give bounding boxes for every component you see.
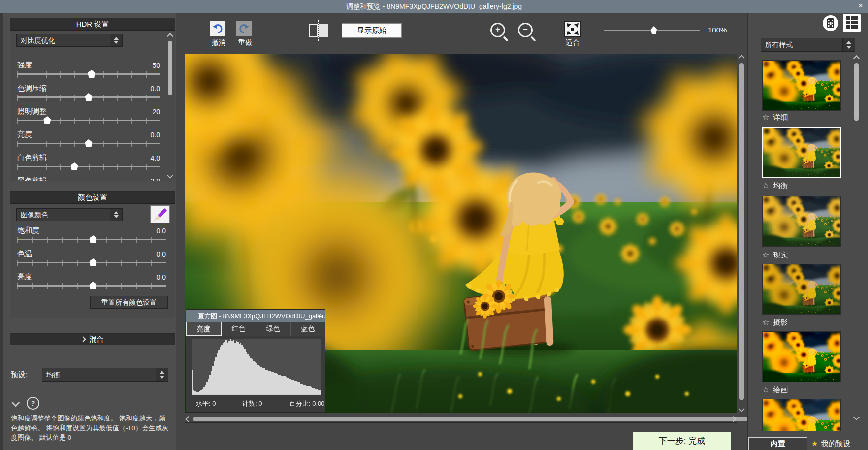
- slider-thumb[interactable]: [70, 162, 79, 170]
- star-icon[interactable]: ☆: [762, 113, 769, 121]
- hdr-panel-scrollbar[interactable]: [167, 33, 173, 179]
- style-label-row[interactable]: ☆均衡: [762, 181, 788, 191]
- canvas-vertical-scrollbar[interactable]: [739, 54, 745, 413]
- slider-track[interactable]: [17, 118, 160, 124]
- scroll-down-icon[interactable]: [853, 414, 860, 420]
- slider-label: 照明调整: [17, 107, 47, 116]
- color-mode-dropdown[interactable]: 图像颜色: [16, 208, 123, 221]
- star-icon[interactable]: ☆: [762, 386, 769, 394]
- histogram-bars: [192, 339, 321, 395]
- style-label-row[interactable]: ☆详细: [762, 112, 788, 122]
- style-thumbnail-realistic[interactable]: [762, 196, 841, 247]
- scroll-down-icon[interactable]: [739, 406, 745, 412]
- tab-luminance[interactable]: 亮度: [186, 322, 222, 336]
- tab-red[interactable]: 红色: [222, 322, 257, 336]
- spinner-icon[interactable]: [842, 38, 855, 51]
- scrollbar-thumb[interactable]: [739, 63, 744, 400]
- slider-track[interactable]: [17, 95, 160, 101]
- reset-colors-button[interactable]: 重置所有颜色设置: [90, 296, 168, 309]
- slider-value: 50: [152, 62, 160, 69]
- color-panel-header[interactable]: 颜色设置: [10, 192, 175, 204]
- styles-filter-dropdown[interactable]: 所有样式: [761, 38, 855, 52]
- show-original-button[interactable]: 显示原始: [342, 23, 402, 38]
- style-label-row[interactable]: ☆绘画: [762, 385, 788, 395]
- histogram-titlebar[interactable]: 直方图 - 8N9MF3XpQJFB2WVOdDtU_galler...: [186, 310, 325, 322]
- slider-thumb[interactable]: [89, 258, 97, 266]
- slider-thumb[interactable]: [43, 116, 51, 124]
- style-thumbnail-detailed[interactable]: [762, 60, 841, 111]
- scroll-up-icon[interactable]: [739, 55, 745, 61]
- scroll-left-icon[interactable]: [185, 416, 192, 422]
- star-icon[interactable]: ☆: [762, 251, 769, 259]
- styles-scrollbar[interactable]: [853, 55, 860, 423]
- style-thumbnail-photographic[interactable]: [762, 264, 841, 315]
- slider-thumb[interactable]: [87, 70, 96, 78]
- window-titlebar[interactable]: 调整和预览 - 8N9MF3XpQJFB2WVOdDtU_gallery-lg2…: [0, 0, 868, 13]
- zoom-slider[interactable]: [604, 30, 700, 31]
- slider-track[interactable]: [17, 237, 166, 243]
- scroll-down-icon[interactable]: [167, 172, 173, 179]
- style-thumbnail-balanced-selected[interactable]: [762, 127, 841, 178]
- fit-label: 适合: [560, 38, 585, 47]
- histogram-close-icon[interactable]: ×: [317, 310, 321, 321]
- window-close-icon[interactable]: ×: [858, 0, 863, 12]
- hdr-panel-header[interactable]: HDR 设置: [10, 18, 175, 31]
- help-icon[interactable]: ?: [27, 397, 39, 410]
- spinner-icon[interactable]: [156, 368, 168, 381]
- grid-cell: [851, 16, 858, 20]
- percent-label: 百分比:: [289, 400, 311, 407]
- style-name: 现实: [773, 251, 788, 259]
- filmstrip-view-button[interactable]: [823, 15, 838, 31]
- tab-builtin[interactable]: 内置: [748, 437, 807, 450]
- brush-tool-button[interactable]: [150, 205, 170, 223]
- slider-thumb[interactable]: [85, 93, 93, 101]
- slider-thumb[interactable]: [89, 282, 97, 289]
- scroll-up-icon[interactable]: [167, 33, 173, 39]
- slider-value: 2.0: [151, 177, 160, 181]
- slider-row: 黑色剪辑 2.0: [17, 176, 160, 181]
- fit-button[interactable]: 适合: [564, 21, 581, 39]
- hdr-method-value: 对比度优化: [17, 34, 110, 46]
- slider-value: 20: [152, 108, 160, 116]
- slider-track[interactable]: [17, 71, 160, 78]
- slider-thumb[interactable]: [89, 235, 97, 243]
- style-label-row[interactable]: ☆现实: [762, 250, 788, 260]
- histogram-panel[interactable]: 直方图 - 8N9MF3XpQJFB2WVOdDtU_galler... × 亮…: [186, 309, 325, 413]
- zoom-slider-thumb[interactable]: [650, 26, 657, 34]
- star-icon[interactable]: ☆: [762, 181, 769, 190]
- scroll-up-icon[interactable]: [853, 55, 860, 62]
- blend-title: 混合: [89, 333, 104, 345]
- tab-my-presets[interactable]: ★我的预设: [811, 439, 850, 449]
- tab-green[interactable]: 绿色: [256, 322, 291, 336]
- slider-track[interactable]: [17, 260, 166, 266]
- split-preview-button[interactable]: [308, 23, 330, 38]
- next-step-button[interactable]: 下一步: 完成: [633, 432, 731, 450]
- style-thumbnail-painterly[interactable]: [762, 331, 841, 382]
- slider-row: 亮度 0.0: [17, 130, 160, 151]
- help-text: 饱和度调整整个图像的颜色饱和度。 饱和度越大，颜色越鲜艳。 将饱和度设置为其最低…: [11, 414, 171, 443]
- slider-value: 0.0: [157, 273, 166, 281]
- spinner-icon[interactable]: [110, 34, 122, 46]
- hdr-method-dropdown[interactable]: 对比度优化: [16, 34, 123, 47]
- style-label-row[interactable]: ☆摄影: [762, 318, 788, 327]
- scrollbar-thumb[interactable]: [168, 41, 172, 95]
- zoom-out-button[interactable]: −: [518, 23, 533, 37]
- style-thumbnail-partial[interactable]: [762, 399, 841, 431]
- hdr-editor-window: 调整和预览 - 8N9MF3XpQJFB2WVOdDtU_gallery-lg2…: [0, 0, 868, 450]
- scrollbar-thumb[interactable]: [854, 63, 859, 121]
- blend-section-header[interactable]: 混合: [10, 333, 175, 345]
- my-presets-label: 我的预设: [821, 439, 850, 448]
- slider-thumb[interactable]: [85, 139, 93, 147]
- zoom-in-button[interactable]: +: [490, 23, 505, 37]
- tab-blue[interactable]: 蓝色: [291, 322, 325, 336]
- slider-track[interactable]: [17, 164, 160, 170]
- slider-track[interactable]: [17, 141, 160, 147]
- spinner-icon[interactable]: [110, 209, 122, 221]
- star-icon[interactable]: ☆: [762, 318, 769, 326]
- undo-icon: [212, 23, 224, 34]
- canvas-horizontal-scrollbar[interactable]: [185, 416, 737, 423]
- preset-dropdown[interactable]: 均衡: [42, 368, 168, 382]
- undo-label: 撤消: [205, 38, 232, 47]
- grid-view-button[interactable]: [843, 14, 861, 32]
- slider-track[interactable]: [17, 283, 166, 289]
